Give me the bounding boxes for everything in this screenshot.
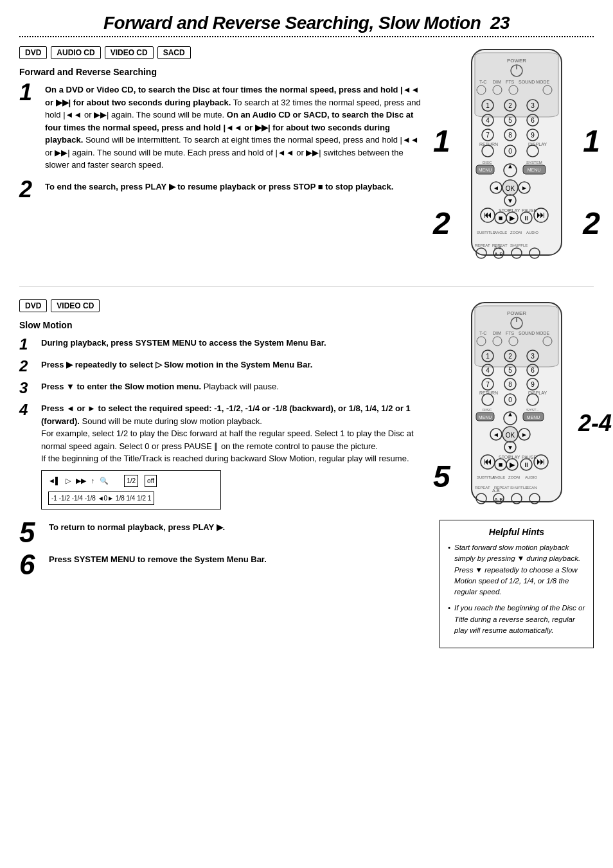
remote-top-label-left: 1 xyxy=(433,123,450,159)
svg-text:SHUFFLE: SHUFFLE xyxy=(510,244,528,247)
bottom-remote-wrap: POWER T-C DIM FTS SOUND MODE 1 xyxy=(452,299,581,513)
title-divider xyxy=(19,36,594,37)
svg-text:7: 7 xyxy=(486,381,490,388)
badge-dvd: DVD xyxy=(19,46,47,59)
svg-text:SOUND MODE: SOUND MODE xyxy=(519,80,550,84)
page-number: 23 xyxy=(490,13,510,33)
svg-text:5: 5 xyxy=(508,117,512,124)
svg-text:FTS: FTS xyxy=(506,80,515,84)
svg-text:▲: ▲ xyxy=(507,163,513,170)
badge-video-cd-2: VIDEO CD xyxy=(51,299,100,312)
svg-text:◄: ◄ xyxy=(493,184,499,191)
badge-audio-cd: AUDIO CD xyxy=(51,46,100,59)
step-2-number: 2 xyxy=(19,178,39,201)
svg-text:DIM: DIM xyxy=(493,331,501,335)
svg-text:⏭: ⏭ xyxy=(537,209,546,220)
svg-text:ZOOM: ZOOM xyxy=(508,475,520,479)
svg-text:MENU: MENU xyxy=(479,168,492,172)
sm-step-3-number: 3 xyxy=(19,380,35,396)
svg-text:SOUND MODE: SOUND MODE xyxy=(519,331,550,335)
speed-scale: -1 -1/2 -1/4 -1/8 ◄0► 1/8 1/4 1/2 1 xyxy=(48,492,154,505)
slow-motion-steps: 1 During playback, press SYSTEM MENU to … xyxy=(19,337,427,579)
svg-text:ZOOM: ZOOM xyxy=(510,231,522,235)
top-remote-area: POWER T-C DIM FTS SOUND MODE 1 xyxy=(440,46,594,267)
svg-text:SYST...: SYST... xyxy=(526,408,539,412)
svg-text:MENU: MENU xyxy=(528,168,541,172)
svg-text:►: ► xyxy=(521,431,528,438)
svg-text:9: 9 xyxy=(531,132,535,139)
svg-text:AUDIO: AUDIO xyxy=(526,231,538,235)
svg-text:1: 1 xyxy=(486,353,490,360)
bottom-remote-svg: POWER T-C DIM FTS SOUND MODE 1 xyxy=(452,299,581,511)
svg-text:6: 6 xyxy=(531,367,535,374)
svg-text:MENU: MENU xyxy=(527,415,540,420)
svg-text:POWER: POWER xyxy=(507,310,526,316)
svg-text:▼: ▼ xyxy=(507,197,513,204)
badge-video-cd: VIDEO CD xyxy=(105,46,154,59)
sm-step-5: 5 To return to normal playback, press PL… xyxy=(19,521,427,547)
svg-text:POWER: POWER xyxy=(507,58,526,64)
step-1-number: 1 xyxy=(19,81,39,172)
helpful-hints-title: Helpful Hints xyxy=(448,527,585,537)
svg-text:6: 6 xyxy=(531,117,535,124)
step-2-text: To end the search, press PLAY ▶ to resum… xyxy=(45,181,393,201)
svg-text:▲: ▲ xyxy=(507,411,513,418)
svg-text:ANGLE: ANGLE xyxy=(494,231,507,235)
svg-text:A-B: A-B xyxy=(494,497,502,502)
svg-text:0: 0 xyxy=(508,148,512,155)
svg-text:1: 1 xyxy=(486,102,490,109)
svg-text:T-C: T-C xyxy=(479,80,486,84)
slow-motion-content: DVD VIDEO CD Slow Motion 1 During playba… xyxy=(19,299,427,648)
remote-bottom-24-label: 2-4 xyxy=(576,409,613,438)
svg-text:SHUFFLE: SHUFFLE xyxy=(510,486,528,490)
sm-step-2-number: 2 xyxy=(19,359,35,374)
top-badges: DVD AUDIO CD VIDEO CD SACD xyxy=(19,46,427,59)
svg-text:9: 9 xyxy=(531,381,535,388)
sm-step-6-text: Press SYSTEM MENU to remove the System M… xyxy=(49,553,267,579)
top-section: DVD AUDIO CD VIDEO CD SACD Forward and R… xyxy=(19,46,594,267)
step-2: 2 To end the search, press PLAY ▶ to res… xyxy=(19,181,427,201)
svg-text:OK: OK xyxy=(506,185,515,192)
svg-text:FTS: FTS xyxy=(506,331,515,335)
sm-step-4: 4 Press ◄ or ► to select the required sp… xyxy=(19,402,427,515)
sm-step-4-text: Press ◄ or ► to select the required spee… xyxy=(41,402,427,515)
speed-state: off xyxy=(145,475,157,487)
svg-text:⏸: ⏸ xyxy=(523,461,529,468)
svg-text:SUBTITLE: SUBTITLE xyxy=(477,231,495,235)
svg-text:REPEAT: REPEAT xyxy=(475,486,490,490)
hint-item-2: If you reach the beginning of the Disc o… xyxy=(448,603,585,636)
bottom-section: DVD VIDEO CD Slow Motion 1 During playba… xyxy=(19,299,594,648)
svg-text:A-B: A-B xyxy=(494,251,502,257)
svg-text:MENU: MENU xyxy=(479,415,492,420)
svg-text:DIM: DIM xyxy=(493,80,501,84)
svg-text:⏮: ⏮ xyxy=(483,456,492,466)
sm-step-4-number: 4 xyxy=(19,402,35,515)
sm-step-6: 6 Press SYSTEM MENU to remove the System… xyxy=(19,553,427,579)
sm-step-1-text: During playback, press SYSTEM MENU to ac… xyxy=(41,337,326,352)
svg-text:⏸: ⏸ xyxy=(523,215,529,222)
svg-text:SYSTEM: SYSTEM xyxy=(526,161,542,164)
svg-text:7: 7 xyxy=(486,132,490,139)
svg-text:4: 4 xyxy=(486,117,490,124)
svg-text:3: 3 xyxy=(531,353,535,360)
badge-sacd: SACD xyxy=(157,46,191,59)
sm-step-2: 2 Press ▶ repeatedly to select ▷ Slow mo… xyxy=(19,359,427,374)
svg-text:4: 4 xyxy=(486,367,490,374)
svg-text:RETURN: RETURN xyxy=(479,142,498,146)
svg-text:AUDIO: AUDIO xyxy=(525,475,537,479)
hint-item-1: Start forward slow motion playback simpl… xyxy=(448,542,585,598)
badge-dvd-2: DVD xyxy=(19,299,47,312)
sm-step-3: 3 Press ▼ to enter the Slow motion menu.… xyxy=(19,380,427,396)
track-icon-1: ◄▌ xyxy=(48,475,60,486)
sm-step-3-text: Press ▼ to enter the Slow motion menu. P… xyxy=(41,380,279,396)
svg-text:0: 0 xyxy=(508,396,512,403)
step-1: 1 On a DVD or Video CD, to search the Di… xyxy=(19,84,427,172)
svg-text:2: 2 xyxy=(508,102,512,109)
helpful-hints-box: Helpful Hints Start forward slow motion … xyxy=(440,520,594,648)
sm-step-1: 1 During playback, press SYSTEM MENU to … xyxy=(19,337,427,352)
svg-text:◄: ◄ xyxy=(493,431,499,438)
speed-value: 1/2 xyxy=(124,475,138,487)
svg-text:REPEAT: REPEAT xyxy=(475,244,490,247)
svg-text:▶: ▶ xyxy=(510,461,515,468)
svg-text:■: ■ xyxy=(499,214,503,222)
